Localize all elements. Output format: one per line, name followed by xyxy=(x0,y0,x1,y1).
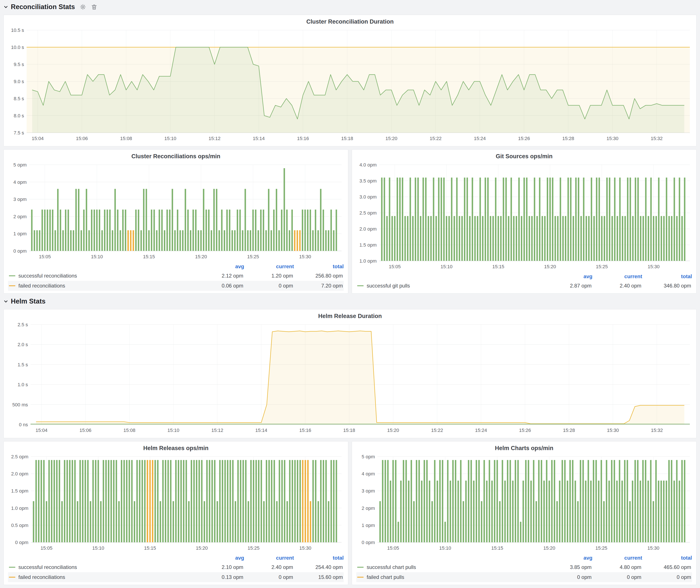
svg-text:500 ms: 500 ms xyxy=(12,402,28,407)
svg-text:15:05: 15:05 xyxy=(387,545,399,551)
svg-text:15:26: 15:26 xyxy=(518,136,530,141)
legend-current-value: 2.40 opm xyxy=(243,564,293,570)
legend-sort-current[interactable]: current xyxy=(244,263,294,270)
legend-sort-avg[interactable]: avg xyxy=(194,263,244,270)
legend-sort-current[interactable]: current xyxy=(244,555,294,561)
legend-label-wrap[interactable]: successful reconciliations xyxy=(9,273,194,279)
svg-text:15:08: 15:08 xyxy=(123,428,135,433)
row-reconciliation-ops: Cluster Reconciliations ops/min 15:0515:… xyxy=(3,149,697,294)
svg-text:15:05: 15:05 xyxy=(389,264,401,269)
panel-title-helm-releases[interactable]: Helm Releases ops/min xyxy=(7,444,345,453)
svg-text:1.5 opm: 1.5 opm xyxy=(360,242,377,248)
row-helm-ops: Helm Releases ops/min 15:0515:1015:1515:… xyxy=(3,441,697,585)
svg-text:15:32: 15:32 xyxy=(651,136,663,141)
legend-series-label: failed reconciliations xyxy=(18,283,65,289)
svg-text:2.5 opm: 2.5 opm xyxy=(11,454,29,459)
git-sources-chart[interactable]: 15:0515:1015:1515:2015:2515:301.0 opm1.5… xyxy=(355,161,693,272)
svg-text:15:16: 15:16 xyxy=(299,428,311,433)
helm-releases-chart[interactable]: 15:0515:1015:1515:2015:2515:300 opm0.5 o… xyxy=(7,453,345,553)
panel-title-git-sources[interactable]: Git Sources ops/min xyxy=(355,152,693,161)
helm-charts-chart[interactable]: 15:0515:1015:1515:2015:2515:300 opm1 opm… xyxy=(355,453,693,553)
section-header-helm-stats[interactable]: Helm Stats xyxy=(3,297,697,306)
panel-title-helm-charts[interactable]: Helm Charts ops/min xyxy=(355,444,693,453)
legend-total-value: 7.20 opm xyxy=(293,283,343,289)
legend-label-wrap[interactable]: failed chart pulls xyxy=(357,574,542,580)
svg-text:0.5 opm: 0.5 opm xyxy=(11,523,29,528)
legend-label-wrap[interactable]: failed reconciliations xyxy=(9,283,194,289)
legend-sort-total[interactable]: total xyxy=(642,273,692,279)
panel-helm-charts: Helm Charts ops/min 15:0515:1015:1515:20… xyxy=(352,441,697,585)
svg-text:15:15: 15:15 xyxy=(144,545,156,551)
cluster-reconciliation-duration-chart[interactable]: 15:0415:0615:0815:1015:1215:1415:1615:18… xyxy=(7,27,693,144)
panel-cluster-reconciliation-duration: Cluster Reconciliation Duration 15:0415:… xyxy=(3,15,697,146)
legend-sort-current[interactable]: current xyxy=(592,555,642,561)
svg-text:15:18: 15:18 xyxy=(341,136,353,141)
legend-git-sources: avg current total successful git pulls 2… xyxy=(355,272,693,291)
legend-label-wrap[interactable]: successful reconciliations xyxy=(9,564,194,570)
panel-helm-releases: Helm Releases ops/min 15:0515:1015:1515:… xyxy=(3,441,348,585)
section-header-reconciliation-stats[interactable]: Reconciliation Stats xyxy=(3,2,697,12)
legend-current-value: 0 opm xyxy=(592,574,641,580)
trash-icon[interactable] xyxy=(91,4,97,10)
svg-text:15:32: 15:32 xyxy=(651,428,663,433)
chevron-down-icon xyxy=(3,299,8,304)
svg-text:0 opm: 0 opm xyxy=(362,540,375,545)
legend-series-label: successful reconciliations xyxy=(18,273,77,279)
legend-sort-total[interactable]: total xyxy=(642,555,692,561)
svg-text:15:30: 15:30 xyxy=(647,545,659,551)
legend-label-wrap[interactable]: successful git pulls xyxy=(357,283,542,289)
svg-text:0 ns: 0 ns xyxy=(19,422,28,427)
cluster-reconciliations-chart[interactable]: 15:0515:1015:1515:2015:2515:300 opm1 opm… xyxy=(7,161,345,262)
svg-text:2.0 s: 2.0 s xyxy=(18,342,28,347)
legend-sort-avg[interactable]: avg xyxy=(194,555,244,561)
svg-text:15:10: 15:10 xyxy=(440,264,452,269)
svg-text:15:20: 15:20 xyxy=(195,254,207,259)
svg-text:7.5 s: 7.5 s xyxy=(14,130,24,136)
dashboard: Reconciliation Stats Cluster Reconciliat… xyxy=(0,0,700,588)
legend-header: avg current total xyxy=(356,554,692,562)
series-color-marker-orange xyxy=(9,285,15,286)
panel-title-helm-release-duration[interactable]: Helm Release Duration xyxy=(7,312,693,321)
legend-cluster-reconciliations: avg current total successful reconciliat… xyxy=(7,262,345,291)
series-color-marker-orange xyxy=(357,577,364,578)
legend-total-value: 254.40 opm xyxy=(293,564,343,570)
legend-row-successful-git-pulls: successful git pulls 2.87 opm 2.40 opm 3… xyxy=(356,281,692,291)
legend-row-successful-reconciliations: successful reconciliations 2.12 opm 1.20… xyxy=(8,271,344,281)
legend-header: avg current total xyxy=(8,554,344,562)
legend-sort-avg[interactable]: avg xyxy=(543,273,592,279)
panel-title-cluster-reconciliations[interactable]: Cluster Reconciliations ops/min xyxy=(7,152,345,161)
gear-icon[interactable] xyxy=(80,4,86,10)
svg-text:15:15: 15:15 xyxy=(491,545,503,551)
series-color-marker-green xyxy=(357,567,364,568)
legend-current-value: 0 opm xyxy=(243,283,293,289)
svg-text:15:24: 15:24 xyxy=(474,136,486,141)
svg-text:4 opm: 4 opm xyxy=(13,179,27,185)
legend-label-wrap[interactable]: failed reconciliations xyxy=(9,574,194,580)
legend-avg-value: 0 opm xyxy=(542,574,592,580)
legend-row-successful-reconciliations: successful reconciliations 2.10 opm 2.40… xyxy=(8,562,344,572)
svg-text:15:12: 15:12 xyxy=(211,428,223,433)
svg-text:15:05: 15:05 xyxy=(40,545,52,551)
legend-series-label: failed chart pulls xyxy=(367,574,404,580)
svg-text:15:25: 15:25 xyxy=(596,264,608,269)
svg-text:1 opm: 1 opm xyxy=(13,231,27,236)
svg-text:1.0 opm: 1.0 opm xyxy=(360,258,377,264)
svg-text:15:28: 15:28 xyxy=(563,428,575,433)
legend-series-label: successful reconciliations xyxy=(18,564,77,570)
svg-text:1.0 opm: 1.0 opm xyxy=(11,506,29,511)
svg-text:15:16: 15:16 xyxy=(297,136,309,141)
legend-sort-total[interactable]: total xyxy=(294,263,344,270)
panel-title-cluster-reconciliation-duration[interactable]: Cluster Reconciliation Duration xyxy=(7,18,693,27)
legend-sort-avg[interactable]: avg xyxy=(543,555,592,561)
legend-sort-total[interactable]: total xyxy=(294,555,344,561)
legend-label-wrap[interactable]: successful chart pulls xyxy=(357,564,542,570)
svg-text:15:20: 15:20 xyxy=(385,136,397,141)
svg-text:1 opm: 1 opm xyxy=(362,523,375,528)
series-color-marker-green xyxy=(357,285,364,286)
legend-sort-current[interactable]: current xyxy=(592,273,642,279)
svg-text:3 opm: 3 opm xyxy=(362,488,375,494)
chevron-down-icon xyxy=(3,5,8,9)
helm-release-duration-chart[interactable]: 15:0415:0615:0815:1015:1215:1415:1615:18… xyxy=(7,321,693,435)
svg-text:15:20: 15:20 xyxy=(543,545,555,551)
svg-text:9.0 s: 9.0 s xyxy=(14,79,24,84)
